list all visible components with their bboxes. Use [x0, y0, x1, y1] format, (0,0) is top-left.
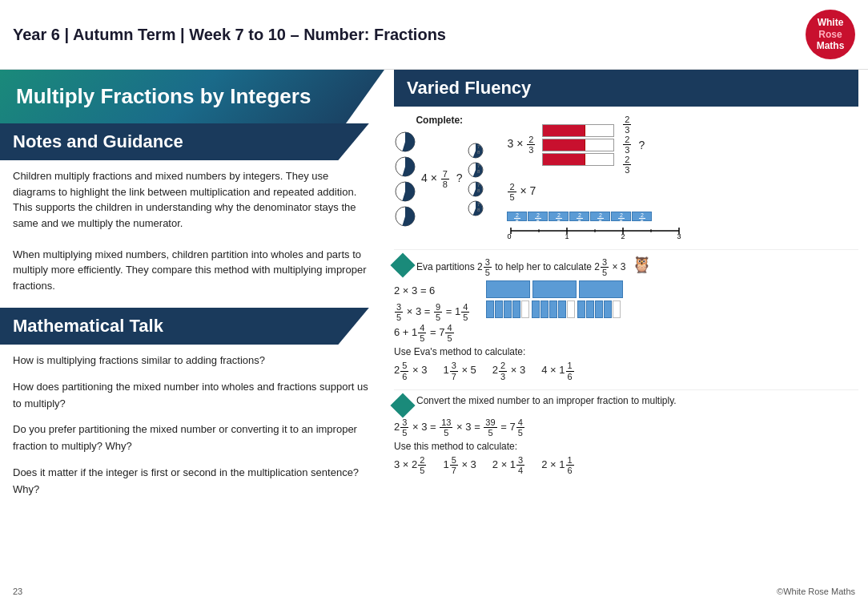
- blue-cell-3: [579, 280, 623, 298]
- svg-text:3: 3: [677, 232, 681, 239]
- talk-question-3: Do you prefer partitioning the mixed num…: [13, 422, 372, 455]
- pie-chart-3: [394, 180, 416, 203]
- talk-questions-block: How is multiplying fractions similar to …: [0, 353, 384, 498]
- small-pie-4: 7 8: [467, 200, 484, 217]
- talk-question-2: How does partitioning the mixed number i…: [13, 379, 372, 413]
- varied-fluency-heading-text: Varied Fluency: [407, 78, 531, 98]
- small-pie-2: 7 8: [467, 161, 484, 179]
- math-talk-heading-text: Mathematical Talk: [13, 316, 163, 336]
- eva-prob-4: 4 × 116: [541, 361, 574, 381]
- eva-prob-3: 223 × 3: [492, 361, 525, 381]
- conv-prob-4: 2 × 116: [541, 455, 574, 475]
- blue-subcell-2: [495, 300, 503, 318]
- section1-left: Complete:: [394, 115, 484, 228]
- frac-7-8: 78: [441, 169, 449, 189]
- white-subcell-3: [613, 300, 621, 318]
- pie-chart-4: [394, 205, 416, 228]
- notes-heading-text: Notes and Guidance: [13, 131, 183, 151]
- blue-cell-2: [532, 280, 577, 298]
- mathematical-talk-header: Mathematical Talk: [0, 308, 384, 345]
- section1-right: 3 × 23: [507, 115, 683, 241]
- red-bars-group: [542, 124, 614, 166]
- frac-label-1: 23: [622, 115, 632, 135]
- blue-subcell-10: [586, 300, 594, 318]
- red-filled-2: [543, 139, 585, 151]
- small-pie-3: 7 8: [467, 180, 484, 198]
- blue-subcell-9: [577, 300, 585, 318]
- blue-subcell-12: [604, 300, 612, 318]
- logo-line1: White: [818, 17, 844, 28]
- header-title: Year 6 | Autumn Term | Week 7 to 10 – Nu…: [13, 26, 446, 44]
- white-subcell-1: [521, 300, 529, 318]
- convert-header-row: Convert the mixed number to an improper …: [394, 395, 858, 414]
- nl-blue-rects-top: 25 25 25 25 25 25 25: [507, 212, 683, 221]
- nl-rect-4: 25: [569, 212, 589, 221]
- calc-line-1: 2 × 3 = 6: [394, 280, 470, 301]
- problem3-expr: 25 × 7: [507, 182, 536, 202]
- frac-2-5-nl: 25: [508, 182, 516, 202]
- white-rose-logo: White Rose Maths: [806, 10, 855, 59]
- use-eva-method-text: Use Eva's method to calculate:: [394, 346, 858, 357]
- eva-calculations: 2 × 3 = 6 35 × 3 = 95 = 145 6 + 145 = 74…: [394, 280, 470, 343]
- blue-subcell-7: [549, 300, 557, 318]
- problem2-expr: 3 × 23: [507, 135, 536, 155]
- blue-sub-row2: [532, 300, 575, 318]
- notes-text-block: Children multiply fractions and mixed nu…: [0, 168, 384, 301]
- main-content: Multiply Fractions by Integers Notes and…: [0, 70, 868, 600]
- svg-text:1: 1: [565, 232, 569, 239]
- owl-icon: 🦉: [632, 255, 652, 274]
- notes-paragraph-2: When multiplying mixed numbers, children…: [13, 247, 372, 294]
- notes-guidance-header: Notes and Guidance: [0, 123, 384, 160]
- convert-practice-problems: 3 × 225 157 × 3 2 × 134 2 × 116: [394, 455, 858, 475]
- fluency-content: Complete:: [394, 115, 858, 475]
- svg-text:0: 0: [508, 232, 512, 239]
- fraction-labels-right: 23 23 23: [622, 115, 632, 175]
- convert-text: Convert the mixed number to an improper …: [416, 395, 677, 406]
- pies-stack: [394, 131, 416, 228]
- white-empty-3: [585, 154, 613, 165]
- page-number: 23: [13, 587, 22, 596]
- blue-subcell-8: [558, 300, 566, 318]
- white-empty-1: [585, 125, 613, 136]
- use-this-method-text: Use this method to calculate:: [394, 441, 858, 452]
- eva-prob-2: 137 × 5: [443, 361, 476, 381]
- blue-grid-row1: [486, 280, 623, 298]
- frac-2-3: 23: [527, 135, 535, 155]
- nl-rect-7: 25: [632, 212, 652, 221]
- blue-cell-1: [486, 280, 530, 298]
- section-complete: Complete:: [394, 115, 858, 241]
- blue-subcell-1: [486, 300, 494, 318]
- red-bar-1: [542, 124, 614, 137]
- teal-diamond-1: [390, 252, 415, 277]
- talk-question-1: How is multiplying fractions similar to …: [13, 353, 372, 369]
- eva-header-row: Eva partitions 235 to help her to calcul…: [394, 255, 858, 277]
- nl-rect-2: 25: [528, 212, 548, 221]
- talk-question-4: Does it matter if the integer is first o…: [13, 465, 372, 498]
- problem3-row: 25 × 7 25 25 25 25 25: [507, 182, 683, 241]
- conv-prob-3: 2 × 134: [492, 455, 525, 475]
- conv-prob-2: 157 × 3: [443, 455, 476, 475]
- varied-fluency-header: Varied Fluency: [394, 70, 858, 107]
- blue-sub-row1: [486, 300, 529, 318]
- section-convert: Convert the mixed number to an improper …: [394, 389, 858, 475]
- small-pie-1: 7 8: [467, 142, 484, 159]
- nl-rect-6: 25: [611, 212, 631, 221]
- pie-chart-2: [394, 155, 416, 178]
- blue-subcell-6: [540, 300, 549, 318]
- notes-paragraph-1: Children multiply fractions and mixed nu…: [13, 168, 372, 231]
- number-line-svg: 0 1 2 3: [507, 223, 683, 239]
- frac-label-3: 23: [622, 155, 632, 175]
- white-subcell-2: [567, 300, 575, 318]
- pie-chart-1: [394, 131, 416, 153]
- blue-grid-row2: [486, 300, 623, 318]
- page-footer: 23 ©White Rose Maths: [0, 587, 868, 596]
- blue-sub-row3: [577, 300, 621, 318]
- red-filled-3: [543, 154, 585, 165]
- nl-rect-1: 25: [507, 212, 527, 221]
- eva-prob-1: 256 × 3: [394, 361, 427, 381]
- frac-label-2: 23: [622, 135, 632, 155]
- blue-subcell-4: [512, 300, 520, 318]
- header-title-text: Year 6 | Autumn Term | Week 7 to 10 – Nu…: [13, 26, 446, 43]
- nl-rect-3: 25: [549, 212, 569, 221]
- calc-line-2: 35 × 3 = 95 = 145: [394, 301, 470, 322]
